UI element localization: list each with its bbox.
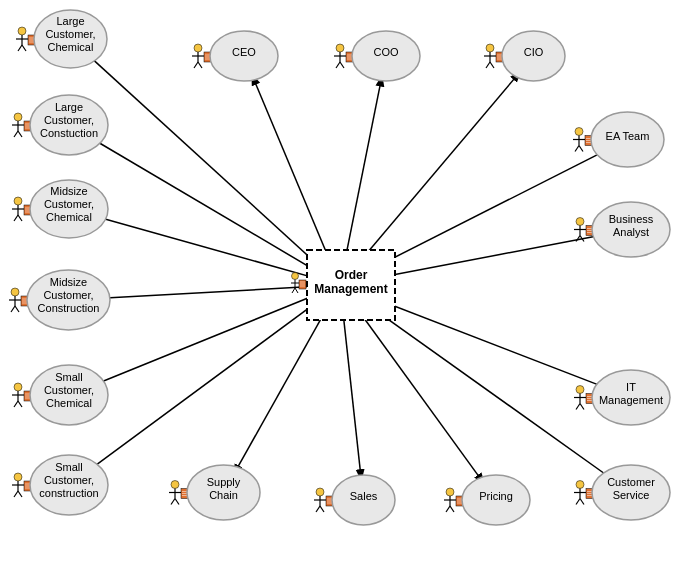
svg-line-13 xyxy=(96,217,321,280)
svg-line-1 xyxy=(344,83,381,265)
node-business-analyst: BusinessAnalyst xyxy=(574,202,670,257)
svg-line-108 xyxy=(320,506,324,512)
svg-line-119 xyxy=(175,499,179,505)
svg-line-97 xyxy=(450,506,454,512)
svg-rect-197 xyxy=(299,280,306,289)
svg-point-115 xyxy=(171,481,179,489)
svg-line-6 xyxy=(356,297,608,477)
svg-point-93 xyxy=(446,488,454,496)
node-coo: COO xyxy=(334,31,420,81)
svg-text:MidsizeCustomer,Chemical: MidsizeCustomer,Chemical xyxy=(44,185,94,223)
svg-line-11 xyxy=(95,293,322,385)
svg-line-14 xyxy=(93,139,323,275)
svg-line-31 xyxy=(340,62,344,68)
svg-line-74 xyxy=(576,404,580,410)
svg-line-129 xyxy=(14,491,18,497)
svg-text:COO: COO xyxy=(373,46,399,58)
svg-line-30 xyxy=(336,62,340,68)
svg-point-148 xyxy=(11,288,19,296)
svg-line-10 xyxy=(92,297,324,468)
svg-text:SupplyChain: SupplyChain xyxy=(207,476,241,501)
svg-line-41 xyxy=(486,62,490,68)
node-it-management: ITManagement xyxy=(574,370,670,425)
node-large-customer-chemical: LargeCustomer,Chemical xyxy=(16,10,107,68)
svg-line-151 xyxy=(11,306,15,312)
svg-line-85 xyxy=(576,499,580,505)
svg-line-173 xyxy=(14,131,18,137)
svg-line-20 xyxy=(198,62,202,68)
svg-line-141 xyxy=(18,401,22,407)
svg-line-107 xyxy=(316,506,320,512)
svg-line-140 xyxy=(14,401,18,407)
svg-line-196 xyxy=(295,288,298,293)
svg-point-16 xyxy=(194,44,202,52)
svg-line-63 xyxy=(576,236,580,242)
node-ceo: CEO xyxy=(192,31,278,81)
node-pricing: Pricing xyxy=(444,475,530,525)
svg-line-185 xyxy=(22,45,26,51)
svg-line-152 xyxy=(15,306,19,312)
svg-line-130 xyxy=(18,491,22,497)
node-large-customer-construction: LargeCustomer,Constuction xyxy=(12,95,108,155)
svg-line-75 xyxy=(580,404,584,410)
svg-point-181 xyxy=(18,27,26,35)
node-small-customer-construction: SmallCustomer,construction xyxy=(12,455,108,515)
node-small-customer-chemical: SmallCustomer,Chemical xyxy=(12,365,108,425)
svg-point-159 xyxy=(14,197,22,205)
node-midsize-customer-chemical: MidsizeCustomer,Chemical xyxy=(12,180,108,238)
svg-point-126 xyxy=(14,473,22,481)
svg-line-8 xyxy=(342,305,360,472)
svg-line-184 xyxy=(18,45,22,51)
node-customer-service: CustomerService xyxy=(574,465,670,520)
svg-point-104 xyxy=(316,488,324,496)
node-ea-team: EA Team xyxy=(573,112,664,167)
svg-line-2 xyxy=(353,77,516,269)
diagram-svg: CEOCOOCIOEA TeamBusinessAnalystITManagem… xyxy=(0,0,674,575)
svg-point-27 xyxy=(336,44,344,52)
svg-line-163 xyxy=(18,215,22,221)
svg-point-71 xyxy=(576,386,584,394)
svg-point-192 xyxy=(292,273,299,280)
svg-line-19 xyxy=(194,62,198,68)
svg-point-49 xyxy=(575,128,583,136)
svg-line-86 xyxy=(580,499,584,505)
svg-point-137 xyxy=(14,383,22,391)
node-cio: CIO xyxy=(484,31,565,81)
svg-text:CIO: CIO xyxy=(524,46,544,58)
svg-line-42 xyxy=(490,62,494,68)
svg-line-53 xyxy=(579,146,583,152)
node-midsize-customer-construction: MidsizeCustomer,Construction xyxy=(9,270,110,330)
svg-point-38 xyxy=(486,44,494,52)
svg-text:BusinessAnalyst: BusinessAnalyst xyxy=(609,213,654,238)
svg-line-0 xyxy=(255,82,332,267)
svg-text:Sales: Sales xyxy=(350,490,378,502)
svg-line-195 xyxy=(292,288,295,293)
svg-line-4 xyxy=(360,235,604,282)
svg-text:EA Team: EA Team xyxy=(606,130,650,142)
node-sales: Sales xyxy=(314,475,395,525)
center-node: OrderManagement xyxy=(291,250,395,320)
svg-line-12 xyxy=(96,286,320,298)
svg-line-174 xyxy=(18,131,22,137)
svg-line-52 xyxy=(575,146,579,152)
svg-text:Pricing: Pricing xyxy=(479,490,513,502)
svg-line-118 xyxy=(171,499,175,505)
svg-text:CEO: CEO xyxy=(232,46,256,58)
svg-text:CustomerService: CustomerService xyxy=(607,476,655,501)
svg-point-60 xyxy=(576,218,584,226)
node-supply-chain: SupplyChain xyxy=(169,465,260,520)
svg-point-170 xyxy=(14,113,22,121)
svg-line-7 xyxy=(352,301,480,477)
svg-line-162 xyxy=(14,215,18,221)
svg-line-96 xyxy=(446,506,450,512)
svg-point-82 xyxy=(576,481,584,489)
